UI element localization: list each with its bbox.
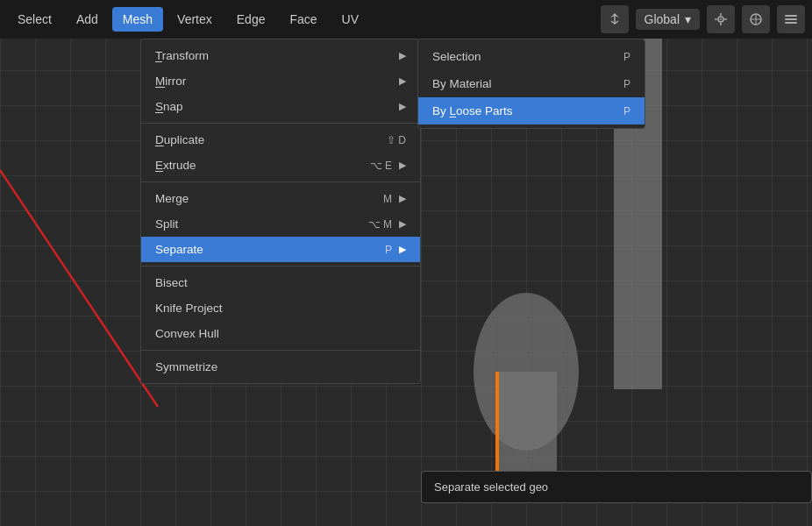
submenu-arrow: ▶ xyxy=(399,193,406,204)
submenu-arrow: ▶ xyxy=(399,101,406,112)
menu-item-knife-project[interactable]: Knife Project xyxy=(141,295,420,321)
mesh-dropdown: Transform ▶ Mirror ▶ Snap ▶ Duplicate ⇧ … xyxy=(140,39,421,384)
submenu-arrow: ▶ xyxy=(399,50,406,61)
separate-submenu: Selection P By Material P By Loose Parts… xyxy=(417,39,645,129)
divider-3 xyxy=(141,266,420,267)
shortcut-extrude: ⌥ E xyxy=(370,160,392,172)
submenu-selection-label: Selection xyxy=(432,50,606,63)
menu-item-convex-hull[interactable]: Convex Hull xyxy=(141,321,420,346)
submenu-by-material-label: By Material xyxy=(432,77,606,90)
svg-rect-8 xyxy=(785,15,797,17)
menubar-right: Global ▾ xyxy=(601,5,805,33)
menu-item-mirror[interactable]: Mirror ▶ xyxy=(141,68,420,94)
menu-item-duplicate-label: Duplicate xyxy=(155,133,369,146)
menu-item-bisect-label: Bisect xyxy=(155,276,406,289)
menu-item-knife-project-label: Knife Project xyxy=(155,302,406,315)
submenu-arrow-separate: ▶ xyxy=(399,244,406,255)
shortcut-selection: P xyxy=(623,51,630,63)
menu-item-convex-hull-label: Convex Hull xyxy=(155,327,406,340)
svg-rect-10 xyxy=(785,22,797,24)
menu-item-extrude[interactable]: Extrude ⌥ E ▶ xyxy=(141,153,420,178)
menu-item-separate-label: Separate xyxy=(155,243,367,256)
menu-item-transform[interactable]: Transform ▶ xyxy=(141,43,420,68)
menu-item-symmetrize-label: Symmetrize xyxy=(155,360,406,373)
divider-2 xyxy=(141,181,420,182)
menu-item-separate[interactable]: Separate P ▶ xyxy=(141,237,420,262)
shortcut-duplicate: ⇧ D xyxy=(387,134,406,146)
shortcut-merge: M xyxy=(383,193,392,205)
submenu-arrow: ▶ xyxy=(399,218,406,230)
submenu-item-by-loose-parts[interactable]: By Loose Parts P xyxy=(418,97,645,124)
global-selector[interactable]: Global ▾ xyxy=(636,9,700,30)
submenu-arrow: ▶ xyxy=(399,160,406,171)
menu-item-mirror-label: Mirror xyxy=(155,75,392,88)
menu-item-duplicate[interactable]: Duplicate ⇧ D xyxy=(141,127,420,153)
chevron-down-icon: ▾ xyxy=(685,12,691,26)
global-label: Global xyxy=(645,12,680,26)
shortcut-by-material: P xyxy=(623,78,630,90)
shortcut-separate: P xyxy=(385,244,392,256)
menu-item-merge-label: Merge xyxy=(155,192,366,205)
menu-item-split-label: Split xyxy=(155,217,351,231)
menu-item-transform-label: Transform xyxy=(155,49,392,62)
menu-face[interactable]: Face xyxy=(279,7,327,32)
menu-select[interactable]: Select xyxy=(7,7,62,32)
menu-item-snap-label: Snap xyxy=(155,100,392,113)
menu-item-bisect[interactable]: Bisect xyxy=(141,270,420,295)
menu-item-merge[interactable]: Merge M ▶ xyxy=(141,186,420,211)
menu-mesh[interactable]: Mesh xyxy=(112,7,163,32)
svg-rect-9 xyxy=(785,18,797,20)
overlay-icon[interactable] xyxy=(777,5,805,33)
menu-edge[interactable]: Edge xyxy=(226,7,276,32)
svg-point-6 xyxy=(720,18,722,20)
submenu-by-loose-parts-label: By Loose Parts xyxy=(432,104,606,117)
snap-icon[interactable] xyxy=(742,5,770,33)
transform-orient-icon[interactable] xyxy=(601,5,629,33)
menu-item-split[interactable]: Split ⌥ M ▶ xyxy=(141,211,420,237)
tooltip: Separate selected geo xyxy=(421,471,812,503)
menubar: Select Add Mesh Vertex Edge Face UV Glob… xyxy=(0,0,812,39)
menu-add[interactable]: Add xyxy=(66,7,109,32)
divider-4 xyxy=(141,350,420,351)
menu-item-snap[interactable]: Snap ▶ xyxy=(141,94,420,119)
submenu-item-by-material[interactable]: By Material P xyxy=(418,70,645,97)
shortcut-split: ⌥ M xyxy=(368,218,392,231)
menu-vertex[interactable]: Vertex xyxy=(167,7,223,32)
divider-1 xyxy=(141,123,420,124)
tooltip-text: Separate selected geo xyxy=(434,480,548,494)
menu-uv[interactable]: UV xyxy=(331,7,369,32)
menu-item-extrude-label: Extrude xyxy=(155,159,353,172)
shortcut-by-loose-parts: P xyxy=(623,105,630,117)
submenu-item-selection[interactable]: Selection P xyxy=(418,43,645,70)
pivot-icon[interactable] xyxy=(707,5,735,33)
menu-item-symmetrize[interactable]: Symmetrize xyxy=(141,354,420,380)
submenu-arrow: ▶ xyxy=(399,75,406,87)
